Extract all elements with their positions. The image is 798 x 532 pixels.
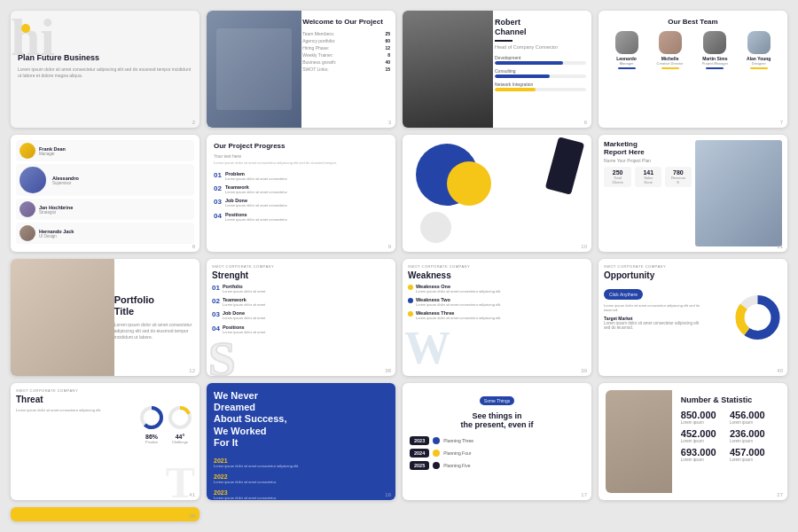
step-0: 01 Portfolio Lorem ipsum dolor sit amet: [212, 284, 390, 293]
swot-company-2: SWOT Corporate Company: [604, 264, 782, 269]
avatar-3: [747, 31, 771, 54]
slide2-row-2: Hiring Phase: 12: [302, 45, 390, 51]
weakness-list: Weakness One Lorem ipsum dolor sit amet …: [408, 284, 586, 325]
numstat-0: 850.000 Lorem ipsum: [681, 410, 726, 425]
avatar-0: [615, 31, 638, 54]
slide-num: 7: [780, 120, 783, 125]
slide6-title: Our Project Progress: [214, 142, 388, 150]
opportunity-content: Click Anythere Lorem ipsum dolor sit ame…: [604, 284, 702, 330]
gauge-0: 86% Positive: [139, 405, 164, 444]
stat-2: 780 Revenue K: [665, 167, 691, 187]
slide2-img: [207, 11, 301, 128]
slide-num: 6: [584, 120, 587, 125]
slide-5: Frank Dean Manager Alessandro Supervisor…: [11, 135, 200, 252]
slide4-title: Our Best Team: [606, 18, 780, 26]
timeline-item-0: 2023 Planning Three: [410, 436, 584, 445]
slide8-img: [695, 140, 783, 246]
slide2-content: Welcome to Our Project Team Members: 25 …: [297, 11, 395, 128]
slide2-row-1: Agency portfolio: 60: [302, 38, 390, 43]
step-2: 03 Job Done Lorem ipsum dolor sit amet: [212, 310, 390, 320]
slide14-title: We NeverDreamedAbout Success,We WorkedFo…: [214, 390, 388, 449]
weakness-item-2: Weakness Three Lorem ipsum dolor sit ame…: [408, 310, 586, 320]
swot-w-letter: W: [404, 325, 450, 372]
opportunity-btn[interactable]: Click Anythere: [604, 289, 643, 300]
slide-1: hi Plan Future Business Lorem ipsum dolo…: [11, 11, 200, 128]
slide15-timeline: 2023 Planning Three 2024 Planning Four 2…: [410, 436, 584, 470]
slide-num: 10: [581, 244, 587, 249]
slide-num: 16: [385, 492, 391, 497]
numstat-4: 693.000 Lorem ipsum: [681, 447, 726, 462]
member-card-2: Jan Hochbrine Strategist: [16, 199, 194, 220]
team-member-1: Michelle Creative Director: [657, 31, 684, 69]
step-1: 02 Teamwork Lorem ipsum dolor sit amet c…: [214, 184, 388, 194]
slide2-row-0: Team Members: 25: [302, 31, 390, 36]
numstat-5: 457.000 Lorem ipsum: [730, 447, 775, 462]
slide2-row-4: Business growth: 40: [302, 59, 390, 65]
slide-10: SWOT Corporate Company Strenght S 01 Por…: [207, 259, 395, 376]
slide16-img: [606, 390, 672, 493]
slide-11: SWOT Corporate Company Weakness W Weakne…: [403, 259, 591, 376]
slide2-title: Welcome to Our Project: [302, 18, 390, 26]
member-card-1: Alessandro Supervisor: [16, 164, 194, 196]
slide-2: Welcome to Our Project Team Members: 25 …: [207, 11, 395, 128]
slide-num: 27: [777, 492, 783, 497]
slide-num: 3: [388, 120, 391, 125]
slide-15: Some Things See things inthe present, ev…: [403, 383, 591, 500]
swot-company-1: SWOT Corporate Company: [408, 264, 586, 269]
slide-13: SWOT Corporate Company Threat Lorem ipsu…: [11, 383, 200, 500]
slide-num: 8: [192, 244, 195, 249]
slide-num: 40: [777, 368, 783, 373]
slide-8: MarketingReport Here Name Your Project P…: [598, 135, 787, 252]
slide-6: Our Project Progress Your text here Lore…: [207, 135, 395, 252]
stat-0: 250 Total Clients: [604, 167, 631, 187]
slide6-steps: 01 Problem Lorem ipsum dolor sit amet co…: [214, 171, 388, 222]
member-face-0: [20, 143, 35, 159]
step-1: 02 Teamwork Lorem ipsum dolor sit amet: [212, 297, 390, 307]
swot-title-2: Opportunity: [604, 270, 782, 280]
opportunity-donut: [733, 293, 782, 342]
slide-num: 38: [385, 368, 391, 373]
slide-num: 9: [388, 244, 391, 249]
swot-company-3: SWOT Corporate Company: [16, 388, 194, 393]
slide9-title: PortfolioTitle: [114, 294, 194, 316]
member-face-3: [20, 225, 35, 241]
timeline-item-1: 2024 Planning Four: [410, 449, 584, 458]
slide2-row-5: SWOT Links: 15: [302, 66, 390, 72]
slide-17: Our BestService Name Your Project Plan L…: [11, 507, 200, 521]
step-3: 04 Positions Lorem ipsum dolor sit amet …: [214, 212, 388, 222]
slide-num: 12: [189, 368, 195, 373]
slide2-row-3: Weekly Trainer: 8: [302, 52, 390, 58]
member-face-1: [20, 167, 46, 193]
member-face-2: [20, 201, 35, 217]
swot-title-0: Strenght: [212, 270, 390, 280]
avatar-1: [659, 31, 682, 54]
slide-num: 28: [189, 513, 195, 519]
slide16-stats: 850.000 Lorem ipsum 456.000 Lorem ipsum …: [681, 410, 775, 462]
swot-letter-0: S: [208, 334, 236, 376]
slide-3: RobertChannel Head of Company Connector …: [403, 11, 591, 128]
weakness-item-1: Weakness Two Lorem ipsum dolor sit amet …: [408, 297, 586, 307]
slide-num: 39: [581, 368, 587, 373]
team-member-0: Leonardo Manager: [615, 31, 638, 69]
slide3-name: RobertChannel: [495, 18, 586, 37]
slide1-title: Plan Future Business: [18, 53, 192, 63]
stat-1: 141 Sales Done: [635, 167, 661, 187]
threat-t-letter: T: [166, 460, 195, 500]
slide3-img: [403, 11, 493, 128]
slide15-title: See things inthe present, even if: [410, 411, 584, 429]
step-3: 04 Positions Lorem ipsum dolor sit amet: [212, 325, 390, 334]
slide3-dash: [495, 40, 512, 42]
numstat-1: 456.000 Lorem ipsum: [730, 410, 775, 425]
slide-num: 17: [581, 492, 587, 497]
slide14-timeline: 2021 Lorem ipsum dolor sit amet consecte…: [214, 458, 388, 500]
slide-12: SWOT Corporate Company Opportunity Click…: [598, 259, 787, 376]
step-2: 03 Job Done Lorem ipsum dolor sit amet c…: [214, 198, 388, 207]
swot-title-1: Weakness: [408, 270, 586, 280]
slide6-text: Your text here Lorem ipsum dolor sit ame…: [214, 153, 388, 166]
weakness-item-0: Weakness One Lorem ipsum dolor sit amet …: [408, 284, 586, 293]
slide1-body: Lorem ipsum dolor sit amet consectetur a…: [18, 66, 192, 79]
slide9-img: [11, 259, 114, 376]
slide-9: PortfolioTitle Lorem ipsum dolor sit ame…: [11, 259, 200, 376]
step-0: 01 Problem Lorem ipsum dolor sit amet co…: [214, 171, 388, 181]
avatar-2: [703, 31, 726, 54]
